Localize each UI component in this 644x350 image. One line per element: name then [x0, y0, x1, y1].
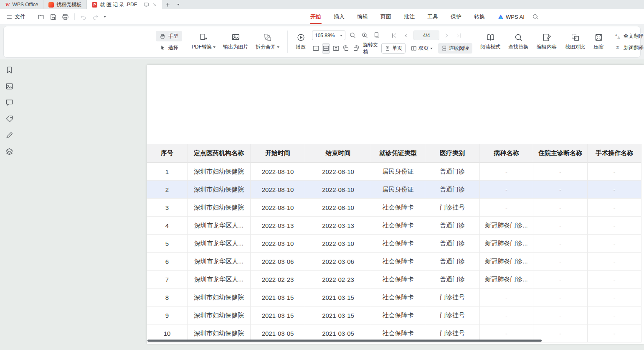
- cell-institution: 深圳市妇幼保健院: [188, 199, 251, 217]
- ribbon-tab-page[interactable]: 页面: [374, 9, 398, 24]
- rotate-document-button[interactable]: 旋转文档: [362, 41, 379, 56]
- first-page-button[interactable]: [389, 31, 399, 41]
- ribbon-tab-insert[interactable]: 插入: [327, 9, 351, 24]
- single-page-button[interactable]: 单页: [381, 43, 406, 54]
- rotate-left-button[interactable]: [342, 43, 350, 54]
- rotate-right-button[interactable]: [352, 43, 360, 54]
- ribbon-tab-edit[interactable]: 编辑: [351, 9, 374, 24]
- export-image-button[interactable]: 输出为图片: [219, 33, 252, 51]
- table-body: 1 深圳市妇幼保健院 2022-08-10 2022-08-10 居民身份证 普…: [147, 163, 641, 342]
- prev-page-icon: [403, 32, 410, 39]
- zoom-out-icon: [349, 32, 356, 39]
- header-operation-name: 手术操作名称: [588, 144, 641, 163]
- table-row[interactable]: 2 深圳市妇幼保健院 2022-08-10 2022-08-10 居民身份证 普…: [147, 181, 641, 199]
- play-button[interactable]: 播放: [292, 33, 309, 51]
- cell-operation-name: -: [588, 181, 641, 199]
- print-button[interactable]: [60, 12, 71, 22]
- cell-disease-name: -: [480, 307, 533, 324]
- ribbon-tab-convert[interactable]: 转换: [468, 9, 491, 24]
- tag-panel-icon[interactable]: [5, 115, 13, 123]
- cell-seq: 7: [147, 271, 188, 289]
- redo-button[interactable]: [90, 12, 101, 22]
- undo-button[interactable]: [78, 12, 89, 22]
- horizontal-scrollbar[interactable]: [147, 340, 542, 342]
- zoom-in-button[interactable]: [360, 31, 370, 41]
- cell-start-time: 2021-03-15: [251, 307, 305, 324]
- double-page-button[interactable]: 双页: [408, 43, 436, 54]
- folder-open-icon: [38, 13, 45, 20]
- read-mode-button[interactable]: 阅读模式: [477, 33, 504, 51]
- hand-tool-button[interactable]: 手型: [156, 31, 182, 41]
- save-button[interactable]: [48, 12, 59, 22]
- cell-medical-category: 普通门诊: [425, 253, 480, 271]
- layers-panel-icon[interactable]: [5, 148, 13, 156]
- ribbon-tab-comment[interactable]: 批注: [398, 9, 421, 24]
- header-diagnosis-name: 住院主诊断名称: [533, 144, 588, 163]
- table-row[interactable]: 5 深圳市龙华区人... 2022-03-10 2022-03-10 社会保障卡…: [147, 235, 641, 253]
- tab-list-chevron-icon[interactable]: [173, 0, 184, 9]
- full-text-translate-button[interactable]: A文 全文翻译: [611, 31, 644, 41]
- new-tab-button[interactable]: [162, 0, 173, 9]
- header-medical-category: 医疗类别: [425, 144, 480, 163]
- ribbon-tab-home[interactable]: 开始: [304, 9, 327, 24]
- table-row[interactable]: 3 深圳市妇幼保健院 2022-08-10 2022-08-10 社会保障卡 门…: [147, 199, 641, 217]
- book-icon: [486, 33, 495, 42]
- cell-end-time: 2022-03-10: [305, 235, 371, 253]
- next-page-button[interactable]: [441, 31, 451, 41]
- prev-page-button[interactable]: [401, 31, 411, 41]
- word-translate-button[interactable]: 文 划词翻译: [611, 43, 644, 53]
- thumbnail-panel-icon[interactable]: [5, 82, 13, 90]
- rotate-left-icon: [342, 45, 350, 52]
- table-row[interactable]: 6 深圳市龙华区人... 2022-03-06 2022-03-06 社会保障卡…: [147, 253, 641, 271]
- first-page-icon: [391, 32, 398, 39]
- menu-search-icon[interactable]: [532, 13, 539, 20]
- wps-ai-button[interactable]: WPS AI: [498, 14, 525, 20]
- fit-page-button[interactable]: [332, 43, 340, 54]
- ribbon-toolbar: 手型 选择 PDF转换 输出为图片 拆分合并: [3, 26, 641, 58]
- page-number-input[interactable]: 4/4: [413, 31, 439, 40]
- actual-size-button[interactable]: 1:1: [312, 43, 320, 54]
- comment-panel-icon[interactable]: [5, 99, 13, 107]
- fit-width-button[interactable]: [322, 43, 330, 54]
- toolbar-background: 手型 选择 PDF转换 输出为图片 拆分合并: [0, 24, 644, 59]
- zoom-level-select[interactable]: 105.88%: [312, 31, 345, 40]
- cell-diagnosis-name: -: [533, 181, 588, 199]
- zoom-value: 105.88%: [315, 33, 335, 38]
- pdf-page[interactable]: 序号 定点医药机构名称 开始时间 结束时间 就诊凭证类型 医疗类别 病种名称 住…: [147, 65, 644, 344]
- close-tab-icon[interactable]: [152, 3, 157, 7]
- pdf-convert-button[interactable]: PDF转换: [188, 33, 219, 51]
- table-row[interactable]: 4 深圳市龙华区人... 2022-03-13 2022-03-13 社会保障卡…: [147, 217, 641, 235]
- table-row[interactable]: 1 深圳市妇幼保健院 2022-08-10 2022-08-10 居民身份证 普…: [147, 163, 641, 181]
- tab-label: WPS Office: [13, 2, 38, 8]
- edit-content-button[interactable]: 编辑内容: [532, 33, 561, 51]
- extract-page-button[interactable]: [372, 31, 382, 41]
- signature-panel-icon[interactable]: [5, 131, 13, 139]
- table-row[interactable]: 7 深圳市龙华区人... 2022-02-23 2022-02-23 社会保障卡…: [147, 271, 641, 289]
- cell-institution: 深圳市龙华区人...: [188, 271, 251, 289]
- continuous-read-button[interactable]: 连续阅读: [438, 43, 472, 54]
- screen-mode-icon[interactable]: [144, 2, 149, 8]
- undo-history-chevron[interactable]: [101, 14, 108, 19]
- split-merge-button[interactable]: 拆分合并: [252, 33, 283, 51]
- last-page-button[interactable]: [454, 31, 464, 41]
- ribbon-tab-protect[interactable]: 保护: [444, 9, 468, 24]
- tab-document-pdf[interactable]: P 就 医 记 录 .PDF: [87, 0, 162, 9]
- zoom-out-button[interactable]: [347, 31, 357, 41]
- find-replace-button[interactable]: 查找替换: [504, 33, 532, 51]
- table-row[interactable]: 8 深圳市妇幼保健院 2021-03-15 2021-03-15 社会保障卡 门…: [147, 289, 641, 307]
- file-menu-label: 文件: [15, 13, 25, 20]
- table-row[interactable]: 9 深圳市妇幼保健院 2021-03-15 2021-03-15 社会保障卡 门…: [147, 307, 641, 324]
- export-image-icon: [231, 33, 240, 42]
- compress-button[interactable]: 压缩: [589, 33, 608, 51]
- screenshot-compare-button[interactable]: 截图对比: [561, 33, 589, 51]
- bookmark-panel-icon[interactable]: [5, 66, 13, 74]
- cell-institution: 深圳市妇幼保健院: [188, 289, 251, 307]
- open-file-button[interactable]: [35, 12, 47, 22]
- tab-docer-templates[interactable]: 找稻壳模板: [43, 0, 87, 9]
- tab-wps-office[interactable]: W WPS Office: [0, 0, 43, 9]
- file-menu-button[interactable]: 文件: [3, 11, 28, 23]
- hamburger-icon: [6, 14, 13, 20]
- select-tool-button[interactable]: 选择: [156, 43, 182, 53]
- document-area[interactable]: 序号 定点医药机构名称 开始时间 结束时间 就诊凭证类型 医疗类别 病种名称 住…: [18, 59, 644, 350]
- ribbon-tab-tools[interactable]: 工具: [421, 9, 444, 24]
